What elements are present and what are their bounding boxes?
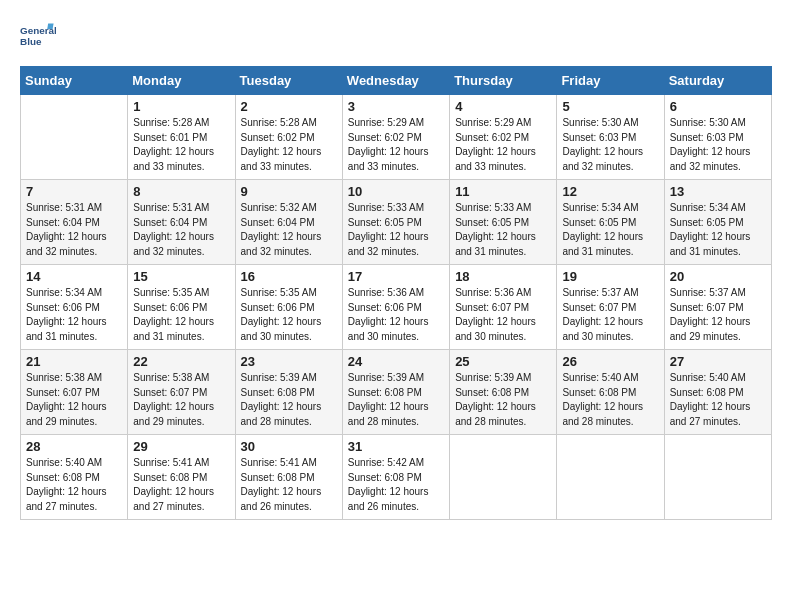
- calendar-cell: 13Sunrise: 5:34 AM Sunset: 6:05 PM Dayli…: [664, 180, 771, 265]
- day-info: Sunrise: 5:33 AM Sunset: 6:05 PM Dayligh…: [455, 201, 551, 259]
- day-info: Sunrise: 5:34 AM Sunset: 6:05 PM Dayligh…: [670, 201, 766, 259]
- day-number: 10: [348, 184, 444, 199]
- day-number: 26: [562, 354, 658, 369]
- logo-icon: General Blue: [20, 20, 56, 56]
- day-number: 7: [26, 184, 122, 199]
- calendar-cell: 4Sunrise: 5:29 AM Sunset: 6:02 PM Daylig…: [450, 95, 557, 180]
- day-number: 15: [133, 269, 229, 284]
- calendar-cell: [21, 95, 128, 180]
- day-number: 27: [670, 354, 766, 369]
- day-info: Sunrise: 5:37 AM Sunset: 6:07 PM Dayligh…: [670, 286, 766, 344]
- day-info: Sunrise: 5:29 AM Sunset: 6:02 PM Dayligh…: [348, 116, 444, 174]
- col-header-wednesday: Wednesday: [342, 67, 449, 95]
- page-header: General Blue: [20, 20, 772, 56]
- day-number: 12: [562, 184, 658, 199]
- day-number: 11: [455, 184, 551, 199]
- day-info: Sunrise: 5:33 AM Sunset: 6:05 PM Dayligh…: [348, 201, 444, 259]
- day-info: Sunrise: 5:38 AM Sunset: 6:07 PM Dayligh…: [26, 371, 122, 429]
- day-number: 1: [133, 99, 229, 114]
- calendar-cell: 21Sunrise: 5:38 AM Sunset: 6:07 PM Dayli…: [21, 350, 128, 435]
- calendar-cell: 17Sunrise: 5:36 AM Sunset: 6:06 PM Dayli…: [342, 265, 449, 350]
- col-header-monday: Monday: [128, 67, 235, 95]
- day-number: 31: [348, 439, 444, 454]
- day-number: 24: [348, 354, 444, 369]
- day-number: 16: [241, 269, 337, 284]
- calendar-cell: 22Sunrise: 5:38 AM Sunset: 6:07 PM Dayli…: [128, 350, 235, 435]
- day-number: 17: [348, 269, 444, 284]
- day-number: 20: [670, 269, 766, 284]
- day-number: 14: [26, 269, 122, 284]
- day-number: 28: [26, 439, 122, 454]
- calendar-cell: 29Sunrise: 5:41 AM Sunset: 6:08 PM Dayli…: [128, 435, 235, 520]
- day-info: Sunrise: 5:41 AM Sunset: 6:08 PM Dayligh…: [133, 456, 229, 514]
- day-number: 13: [670, 184, 766, 199]
- calendar-cell: 9Sunrise: 5:32 AM Sunset: 6:04 PM Daylig…: [235, 180, 342, 265]
- calendar-cell: 20Sunrise: 5:37 AM Sunset: 6:07 PM Dayli…: [664, 265, 771, 350]
- calendar-cell: 26Sunrise: 5:40 AM Sunset: 6:08 PM Dayli…: [557, 350, 664, 435]
- calendar-cell: 7Sunrise: 5:31 AM Sunset: 6:04 PM Daylig…: [21, 180, 128, 265]
- day-info: Sunrise: 5:39 AM Sunset: 6:08 PM Dayligh…: [455, 371, 551, 429]
- day-info: Sunrise: 5:34 AM Sunset: 6:05 PM Dayligh…: [562, 201, 658, 259]
- week-row-2: 14Sunrise: 5:34 AM Sunset: 6:06 PM Dayli…: [21, 265, 772, 350]
- day-number: 22: [133, 354, 229, 369]
- day-info: Sunrise: 5:39 AM Sunset: 6:08 PM Dayligh…: [348, 371, 444, 429]
- calendar-cell: [664, 435, 771, 520]
- day-info: Sunrise: 5:40 AM Sunset: 6:08 PM Dayligh…: [562, 371, 658, 429]
- calendar-table: SundayMondayTuesdayWednesdayThursdayFrid…: [20, 66, 772, 520]
- calendar-cell: 6Sunrise: 5:30 AM Sunset: 6:03 PM Daylig…: [664, 95, 771, 180]
- calendar-cell: 30Sunrise: 5:41 AM Sunset: 6:08 PM Dayli…: [235, 435, 342, 520]
- day-info: Sunrise: 5:38 AM Sunset: 6:07 PM Dayligh…: [133, 371, 229, 429]
- day-number: 23: [241, 354, 337, 369]
- col-header-tuesday: Tuesday: [235, 67, 342, 95]
- calendar-cell: [450, 435, 557, 520]
- day-info: Sunrise: 5:34 AM Sunset: 6:06 PM Dayligh…: [26, 286, 122, 344]
- day-info: Sunrise: 5:31 AM Sunset: 6:04 PM Dayligh…: [26, 201, 122, 259]
- calendar-cell: 23Sunrise: 5:39 AM Sunset: 6:08 PM Dayli…: [235, 350, 342, 435]
- calendar-cell: 10Sunrise: 5:33 AM Sunset: 6:05 PM Dayli…: [342, 180, 449, 265]
- calendar-cell: 12Sunrise: 5:34 AM Sunset: 6:05 PM Dayli…: [557, 180, 664, 265]
- day-info: Sunrise: 5:30 AM Sunset: 6:03 PM Dayligh…: [562, 116, 658, 174]
- day-number: 8: [133, 184, 229, 199]
- calendar-cell: 31Sunrise: 5:42 AM Sunset: 6:08 PM Dayli…: [342, 435, 449, 520]
- day-info: Sunrise: 5:28 AM Sunset: 6:01 PM Dayligh…: [133, 116, 229, 174]
- calendar-cell: 28Sunrise: 5:40 AM Sunset: 6:08 PM Dayli…: [21, 435, 128, 520]
- day-info: Sunrise: 5:30 AM Sunset: 6:03 PM Dayligh…: [670, 116, 766, 174]
- calendar-cell: 8Sunrise: 5:31 AM Sunset: 6:04 PM Daylig…: [128, 180, 235, 265]
- calendar-cell: 24Sunrise: 5:39 AM Sunset: 6:08 PM Dayli…: [342, 350, 449, 435]
- day-info: Sunrise: 5:29 AM Sunset: 6:02 PM Dayligh…: [455, 116, 551, 174]
- calendar-cell: 2Sunrise: 5:28 AM Sunset: 6:02 PM Daylig…: [235, 95, 342, 180]
- svg-marker-2: [47, 24, 53, 29]
- day-info: Sunrise: 5:41 AM Sunset: 6:08 PM Dayligh…: [241, 456, 337, 514]
- logo: General Blue: [20, 20, 56, 56]
- day-number: 3: [348, 99, 444, 114]
- day-number: 29: [133, 439, 229, 454]
- week-row-4: 28Sunrise: 5:40 AM Sunset: 6:08 PM Dayli…: [21, 435, 772, 520]
- day-number: 2: [241, 99, 337, 114]
- day-info: Sunrise: 5:35 AM Sunset: 6:06 PM Dayligh…: [133, 286, 229, 344]
- day-number: 9: [241, 184, 337, 199]
- col-header-thursday: Thursday: [450, 67, 557, 95]
- day-info: Sunrise: 5:32 AM Sunset: 6:04 PM Dayligh…: [241, 201, 337, 259]
- day-info: Sunrise: 5:42 AM Sunset: 6:08 PM Dayligh…: [348, 456, 444, 514]
- calendar-cell: 27Sunrise: 5:40 AM Sunset: 6:08 PM Dayli…: [664, 350, 771, 435]
- calendar-cell: 3Sunrise: 5:29 AM Sunset: 6:02 PM Daylig…: [342, 95, 449, 180]
- calendar-cell: 14Sunrise: 5:34 AM Sunset: 6:06 PM Dayli…: [21, 265, 128, 350]
- day-info: Sunrise: 5:39 AM Sunset: 6:08 PM Dayligh…: [241, 371, 337, 429]
- week-row-0: 1Sunrise: 5:28 AM Sunset: 6:01 PM Daylig…: [21, 95, 772, 180]
- day-info: Sunrise: 5:40 AM Sunset: 6:08 PM Dayligh…: [670, 371, 766, 429]
- day-number: 30: [241, 439, 337, 454]
- day-number: 5: [562, 99, 658, 114]
- day-number: 18: [455, 269, 551, 284]
- calendar-cell: 5Sunrise: 5:30 AM Sunset: 6:03 PM Daylig…: [557, 95, 664, 180]
- calendar-cell: 16Sunrise: 5:35 AM Sunset: 6:06 PM Dayli…: [235, 265, 342, 350]
- day-number: 6: [670, 99, 766, 114]
- calendar-cell: 19Sunrise: 5:37 AM Sunset: 6:07 PM Dayli…: [557, 265, 664, 350]
- day-info: Sunrise: 5:31 AM Sunset: 6:04 PM Dayligh…: [133, 201, 229, 259]
- calendar-cell: [557, 435, 664, 520]
- calendar-header-row: SundayMondayTuesdayWednesdayThursdayFrid…: [21, 67, 772, 95]
- day-number: 21: [26, 354, 122, 369]
- day-number: 19: [562, 269, 658, 284]
- calendar-cell: 11Sunrise: 5:33 AM Sunset: 6:05 PM Dayli…: [450, 180, 557, 265]
- col-header-sunday: Sunday: [21, 67, 128, 95]
- week-row-1: 7Sunrise: 5:31 AM Sunset: 6:04 PM Daylig…: [21, 180, 772, 265]
